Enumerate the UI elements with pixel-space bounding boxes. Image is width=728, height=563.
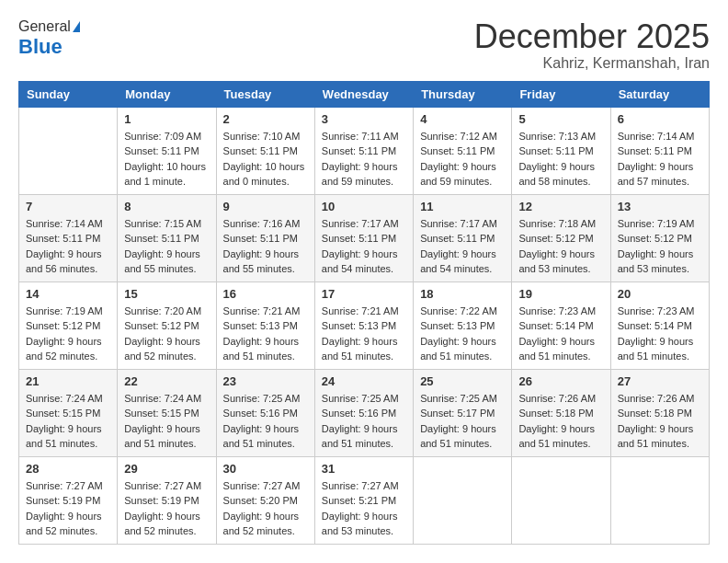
day-number: 13 — [618, 200, 702, 213]
calendar-cell: 24Sunrise: 7:25 AMSunset: 5:16 PMDayligh… — [314, 369, 413, 456]
day-info: Sunrise: 7:22 AMSunset: 5:13 PMDaylight:… — [420, 304, 505, 364]
calendar-cell: 8Sunrise: 7:15 AMSunset: 5:11 PMDaylight… — [118, 194, 216, 282]
day-number: 17 — [322, 287, 406, 301]
day-number: 16 — [223, 287, 308, 301]
day-number: 19 — [518, 287, 603, 301]
calendar-cell: 30Sunrise: 7:27 AMSunset: 5:20 PMDayligh… — [216, 456, 314, 544]
day-info: Sunrise: 7:25 AMSunset: 5:16 PMDaylight:… — [223, 391, 308, 452]
day-number: 26 — [518, 374, 603, 388]
calendar-cell: 9Sunrise: 7:16 AMSunset: 5:11 PMDaylight… — [216, 194, 314, 282]
day-number: 10 — [322, 200, 406, 213]
weekday-header-saturday: Saturday — [610, 81, 709, 107]
day-info: Sunrise: 7:26 AMSunset: 5:18 PMDaylight:… — [618, 391, 702, 452]
day-number: 18 — [420, 287, 505, 301]
weekday-header-wednesday: Wednesday — [314, 81, 413, 107]
day-info: Sunrise: 7:18 AMSunset: 5:12 PMDaylight:… — [518, 216, 603, 277]
day-number: 24 — [322, 374, 406, 388]
day-info: Sunrise: 7:17 AMSunset: 5:11 PMDaylight:… — [322, 216, 406, 277]
calendar-cell: 2Sunrise: 7:10 AMSunset: 5:11 PMDaylight… — [216, 107, 314, 194]
day-info: Sunrise: 7:16 AMSunset: 5:11 PMDaylight:… — [223, 216, 308, 277]
day-info: Sunrise: 7:13 AMSunset: 5:11 PMDaylight:… — [518, 129, 603, 190]
day-info: Sunrise: 7:20 AMSunset: 5:12 PMDaylight:… — [124, 304, 209, 364]
calendar-cell: 26Sunrise: 7:26 AMSunset: 5:18 PMDayligh… — [512, 369, 610, 456]
calendar-cell: 5Sunrise: 7:13 AMSunset: 5:11 PMDaylight… — [512, 107, 610, 194]
calendar-cell: 10Sunrise: 7:17 AMSunset: 5:11 PMDayligh… — [314, 194, 413, 282]
day-number: 6 — [618, 112, 702, 126]
calendar-cell: 23Sunrise: 7:25 AMSunset: 5:16 PMDayligh… — [216, 369, 314, 456]
day-info: Sunrise: 7:19 AMSunset: 5:12 PMDaylight:… — [618, 216, 702, 277]
day-info: Sunrise: 7:19 AMSunset: 5:12 PMDaylight:… — [26, 304, 110, 364]
day-number: 1 — [124, 112, 209, 126]
weekday-header-sunday: Sunday — [19, 81, 118, 107]
day-info: Sunrise: 7:24 AMSunset: 5:15 PMDaylight:… — [124, 391, 209, 452]
day-number: 28 — [26, 462, 110, 476]
day-number: 4 — [420, 112, 505, 126]
day-number: 14 — [26, 287, 110, 301]
day-info: Sunrise: 7:27 AMSunset: 5:20 PMDaylight:… — [223, 478, 308, 539]
calendar-cell: 11Sunrise: 7:17 AMSunset: 5:11 PMDayligh… — [414, 194, 512, 282]
day-number: 23 — [223, 374, 308, 388]
calendar-cell — [610, 456, 709, 544]
location-title: Kahriz, Kermanshah, Iran — [474, 55, 710, 72]
calendar-cell: 18Sunrise: 7:22 AMSunset: 5:13 PMDayligh… — [414, 282, 512, 369]
calendar-cell: 27Sunrise: 7:26 AMSunset: 5:18 PMDayligh… — [610, 369, 709, 456]
title-area: December 2025 Kahriz, Kermanshah, Iran — [474, 18, 710, 72]
calendar-cell: 20Sunrise: 7:23 AMSunset: 5:14 PMDayligh… — [610, 282, 709, 369]
calendar-cell: 13Sunrise: 7:19 AMSunset: 5:12 PMDayligh… — [610, 194, 709, 282]
day-info: Sunrise: 7:14 AMSunset: 5:11 PMDaylight:… — [618, 129, 702, 190]
month-title: December 2025 — [474, 18, 710, 55]
day-number: 21 — [26, 374, 110, 388]
calendar-cell — [19, 107, 118, 194]
day-number: 31 — [322, 462, 406, 476]
day-info: Sunrise: 7:23 AMSunset: 5:14 PMDaylight:… — [518, 304, 603, 364]
day-info: Sunrise: 7:17 AMSunset: 5:11 PMDaylight:… — [420, 216, 505, 277]
weekday-header-thursday: Thursday — [414, 81, 512, 107]
day-info: Sunrise: 7:21 AMSunset: 5:13 PMDaylight:… — [223, 304, 308, 364]
day-number: 12 — [518, 200, 603, 213]
calendar-cell: 3Sunrise: 7:11 AMSunset: 5:11 PMDaylight… — [314, 107, 413, 194]
day-info: Sunrise: 7:14 AMSunset: 5:11 PMDaylight:… — [26, 216, 110, 277]
calendar-cell — [512, 456, 610, 544]
logo-general-text: General — [18, 18, 71, 35]
day-number: 30 — [223, 462, 308, 476]
day-number: 15 — [124, 287, 209, 301]
calendar-cell: 1Sunrise: 7:09 AMSunset: 5:11 PMDaylight… — [118, 107, 216, 194]
calendar-week-2: 7Sunrise: 7:14 AMSunset: 5:11 PMDaylight… — [19, 194, 710, 282]
day-number: 8 — [124, 200, 209, 213]
logo: General Blue — [18, 18, 80, 59]
day-number: 3 — [322, 112, 406, 126]
day-info: Sunrise: 7:12 AMSunset: 5:11 PMDaylight:… — [420, 129, 505, 190]
day-info: Sunrise: 7:25 AMSunset: 5:16 PMDaylight:… — [322, 391, 406, 452]
day-number: 29 — [124, 462, 209, 476]
day-info: Sunrise: 7:27 AMSunset: 5:19 PMDaylight:… — [124, 478, 209, 539]
day-info: Sunrise: 7:09 AMSunset: 5:11 PMDaylight:… — [124, 129, 209, 190]
calendar-cell: 4Sunrise: 7:12 AMSunset: 5:11 PMDaylight… — [414, 107, 512, 194]
day-info: Sunrise: 7:21 AMSunset: 5:13 PMDaylight:… — [322, 304, 406, 364]
day-info: Sunrise: 7:11 AMSunset: 5:11 PMDaylight:… — [322, 129, 406, 190]
weekday-header-row: SundayMondayTuesdayWednesdayThursdayFrid… — [19, 81, 710, 107]
day-number: 7 — [26, 200, 110, 213]
calendar-week-4: 21Sunrise: 7:24 AMSunset: 5:15 PMDayligh… — [19, 369, 710, 456]
calendar-cell: 19Sunrise: 7:23 AMSunset: 5:14 PMDayligh… — [512, 282, 610, 369]
day-info: Sunrise: 7:27 AMSunset: 5:21 PMDaylight:… — [322, 478, 406, 539]
day-number: 20 — [618, 287, 702, 301]
weekday-header-tuesday: Tuesday — [216, 81, 314, 107]
day-number: 27 — [618, 374, 702, 388]
calendar-cell: 6Sunrise: 7:14 AMSunset: 5:11 PMDaylight… — [610, 107, 709, 194]
calendar-week-5: 28Sunrise: 7:27 AMSunset: 5:19 PMDayligh… — [19, 456, 710, 544]
calendar-cell — [414, 456, 512, 544]
day-number: 2 — [223, 112, 308, 126]
calendar-table: SundayMondayTuesdayWednesdayThursdayFrid… — [18, 81, 710, 545]
day-number: 25 — [420, 374, 505, 388]
calendar-cell: 12Sunrise: 7:18 AMSunset: 5:12 PMDayligh… — [512, 194, 610, 282]
day-number: 9 — [223, 200, 308, 213]
calendar-cell: 28Sunrise: 7:27 AMSunset: 5:19 PMDayligh… — [19, 456, 118, 544]
weekday-header-friday: Friday — [512, 81, 610, 107]
calendar-cell: 21Sunrise: 7:24 AMSunset: 5:15 PMDayligh… — [19, 369, 118, 456]
day-info: Sunrise: 7:23 AMSunset: 5:14 PMDaylight:… — [618, 304, 702, 364]
day-info: Sunrise: 7:27 AMSunset: 5:19 PMDaylight:… — [26, 478, 110, 539]
day-info: Sunrise: 7:10 AMSunset: 5:11 PMDaylight:… — [223, 129, 308, 190]
calendar-cell: 16Sunrise: 7:21 AMSunset: 5:13 PMDayligh… — [216, 282, 314, 369]
day-number: 5 — [518, 112, 603, 126]
calendar-cell: 22Sunrise: 7:24 AMSunset: 5:15 PMDayligh… — [118, 369, 216, 456]
